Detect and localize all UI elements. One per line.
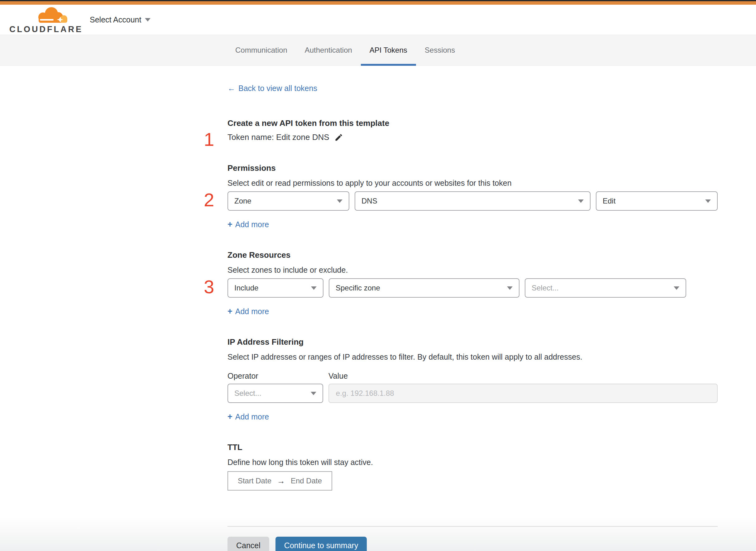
chevron-down-icon [337, 199, 342, 203]
token-name-text: Token name: Edit zone DNS [227, 132, 329, 142]
chevron-down-icon [705, 199, 711, 203]
cloudflare-create-token-page: CLOUDFLARE Select Account Communication … [0, 0, 756, 551]
ip-filtering-section: IP Address Filtering Select IP addresses… [227, 337, 718, 421]
permissions-add-more-link[interactable]: + Add more [227, 220, 269, 229]
ip-operator-select[interactable]: Select... [227, 384, 323, 403]
permission-access-select[interactable]: Edit [596, 191, 718, 211]
back-to-tokens-link[interactable]: ← Back to view all tokens [227, 84, 317, 93]
zone-type-select[interactable]: Specific zone [329, 278, 520, 298]
zone-value-select[interactable]: Select... [525, 278, 686, 298]
tab-label: API Tokens [369, 46, 407, 55]
step-number-2: 2 [204, 191, 214, 209]
end-date-label: End Date [291, 477, 322, 485]
tab-authentication[interactable]: Authentication [296, 35, 361, 65]
chevron-down-icon [507, 287, 513, 290]
ip-filtering-add-more-link[interactable]: + Add more [227, 412, 269, 421]
zone-operator-value: Include [234, 284, 258, 292]
value-label: Value [328, 372, 348, 381]
permissions-subtitle: Select edit or read permissions to apply… [227, 178, 718, 188]
arrow-right-icon: → [277, 476, 285, 486]
zone-resources-title: Zone Resources [227, 250, 718, 260]
chevron-down-icon [311, 392, 316, 395]
tab-label: Sessions [425, 46, 455, 55]
ip-filtering-title: IP Address Filtering [227, 337, 718, 347]
tab-api-tokens[interactable]: API Tokens [361, 35, 416, 65]
main-content: ← Back to view all tokens 1 Create a new… [227, 66, 718, 551]
back-link-label: Back to view all tokens [238, 84, 317, 93]
chevron-down-icon [674, 287, 679, 290]
footer-divider [227, 526, 718, 527]
permissions-section: 2 Permissions Select edit or read permis… [227, 163, 718, 229]
zone-type-value: Specific zone [335, 284, 380, 292]
token-section-title: Create a new API token from this templat… [227, 118, 718, 128]
plus-icon: + [227, 307, 232, 316]
ttl-date-range-picker[interactable]: Start Date → End Date [227, 471, 332, 491]
step-number-1: 1 [204, 130, 214, 149]
plus-icon: + [227, 413, 232, 421]
account-selector[interactable]: Select Account [90, 15, 150, 24]
top-orange-bar [0, 1, 756, 5]
brand-wordmark: CLOUDFLARE [9, 25, 70, 34]
permission-scope-value: Zone [234, 197, 251, 205]
cloudflare-cloud-icon [27, 5, 69, 24]
zone-resources-subtitle: Select zones to include or exclude. [227, 265, 718, 274]
step-number-3: 3 [204, 278, 214, 297]
zone-operator-select[interactable]: Include [227, 278, 323, 298]
plus-icon: + [227, 220, 232, 229]
chevron-down-icon [145, 18, 150, 21]
ttl-title: TTL [227, 443, 718, 452]
permission-service-select[interactable]: DNS [354, 191, 591, 211]
edit-pencil-icon[interactable] [334, 133, 343, 142]
zone-resources-section: 3 Zone Resources Select zones to include… [227, 250, 718, 316]
operator-label: Operator [227, 372, 328, 381]
ttl-subtitle: Define how long this token will stay act… [227, 458, 718, 467]
token-name-section: 1 Create a new API token from this templ… [227, 118, 718, 142]
tab-label: Communication [235, 46, 287, 55]
footer-actions: Cancel Continue to summary [227, 537, 718, 551]
permission-scope-select[interactable]: Zone [227, 191, 349, 211]
chevron-down-icon [578, 199, 584, 203]
tab-label: Authentication [305, 46, 352, 55]
arrow-left-icon: ← [227, 84, 235, 93]
cloudflare-logo[interactable]: CLOUDFLARE [9, 5, 70, 34]
continue-to-summary-button[interactable]: Continue to summary [275, 537, 367, 551]
app-header: CLOUDFLARE Select Account [0, 5, 756, 35]
ip-operator-placeholder: Select... [234, 389, 261, 398]
cancel-button[interactable]: Cancel [227, 537, 269, 551]
permission-service-value: DNS [361, 197, 377, 205]
add-more-label: Add more [235, 412, 269, 421]
profile-tabbar: Communication Authentication API Tokens … [0, 35, 756, 66]
permissions-title: Permissions [227, 163, 718, 173]
start-date-label: Start Date [238, 477, 271, 485]
add-more-label: Add more [235, 307, 269, 316]
chevron-down-icon [311, 287, 316, 290]
zone-resources-add-more-link[interactable]: + Add more [227, 307, 269, 316]
account-selector-label: Select Account [90, 15, 141, 24]
add-more-label: Add more [235, 220, 269, 229]
ip-value-input [328, 384, 718, 403]
tab-communication[interactable]: Communication [226, 35, 296, 65]
ttl-section: TTL Define how long this token will stay… [227, 443, 718, 491]
tab-sessions[interactable]: Sessions [416, 35, 464, 65]
ip-filtering-subtitle: Select IP addresses or ranges of IP addr… [227, 353, 718, 362]
permission-access-value: Edit [603, 197, 616, 205]
zone-value-placeholder: Select... [532, 284, 559, 292]
